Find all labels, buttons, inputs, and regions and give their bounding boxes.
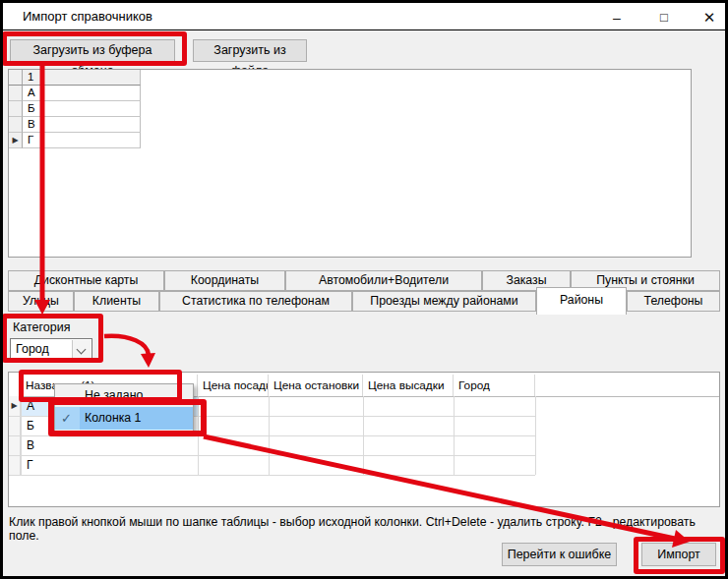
tab-district-transfers[interactable]: Проезды между районами — [352, 291, 536, 312]
tab-phones[interactable]: Телефоны — [627, 291, 720, 312]
row-selector[interactable] — [9, 117, 23, 133]
category-select[interactable]: Город — [10, 338, 92, 361]
row-selector[interactable] — [9, 455, 21, 475]
tab-strip: Дисконтные карты Координаты Автомобили+В… — [8, 270, 720, 315]
maximize-button[interactable]: □ — [648, 6, 680, 29]
source-grid-column-header[interactable]: 1 — [23, 70, 141, 86]
category-value: Город — [16, 339, 49, 360]
source-grid-corner — [9, 70, 23, 86]
gridline — [9, 435, 535, 436]
chevron-down-icon — [77, 345, 87, 355]
row-selector[interactable] — [9, 101, 23, 117]
row-selector[interactable] — [9, 416, 21, 435]
menu-icon-gutter — [55, 384, 80, 407]
tab-districts-active[interactable]: Районы — [536, 287, 627, 315]
source-grid-cell[interactable]: Г — [23, 133, 141, 148]
gridline — [454, 396, 455, 475]
source-grid-cell[interactable]: В — [23, 117, 141, 133]
check-icon: ✓ — [61, 407, 81, 430]
tab-clients[interactable]: Клиенты — [74, 291, 159, 312]
hint-text: Клик правой кнопкой мыши по шапке таблиц… — [9, 515, 707, 543]
gridline — [198, 396, 199, 475]
menu-item-label: Не задано — [85, 388, 143, 402]
source-grid-panel: 1 А Б В ▶ Г — [8, 69, 692, 258]
target-grid-header-city[interactable]: Город — [454, 375, 535, 396]
menu-item-label: Колонка 1 — [85, 411, 141, 425]
source-grid-cell[interactable]: А — [23, 86, 141, 101]
gridline — [363, 396, 364, 475]
gridline — [21, 396, 22, 475]
tab-discount-cards[interactable]: Дисконтные карты — [8, 270, 164, 291]
gridline — [535, 396, 536, 475]
arrowhead-down-icon — [141, 353, 155, 368]
target-grid-header-boarding-price[interactable]: Цена посадки — [198, 375, 269, 396]
column-context-menu: Не задано ✓ Колонка 1 — [54, 383, 194, 433]
source-grid-cell[interactable]: Б — [23, 101, 141, 117]
dropdown-button[interactable] — [72, 340, 91, 359]
menu-item-column-1[interactable]: ✓ Колонка 1 — [55, 407, 193, 430]
current-row-marker-icon: ▶ — [9, 396, 21, 416]
load-from-file-button[interactable]: Загрузить из файла — [193, 39, 307, 62]
window-title: Импорт справочников — [23, 3, 152, 30]
current-row-marker-icon: ▶ — [9, 133, 23, 148]
row-selector[interactable] — [9, 86, 23, 101]
arrow-category-to-header — [104, 336, 149, 355]
category-label: Категория — [13, 320, 70, 334]
row-selector[interactable] — [9, 435, 21, 455]
close-button[interactable]: ✕ — [694, 6, 725, 29]
import-button[interactable]: Импорт — [641, 543, 716, 566]
target-grid-cell[interactable]: В — [21, 435, 34, 455]
tab-cars-drivers[interactable]: Автомобили+Водители — [285, 270, 482, 291]
goto-error-button[interactable]: Перейти к ошибке — [502, 543, 617, 566]
tab-coordinates[interactable]: Координаты — [164, 270, 285, 291]
tab-streets[interactable]: Улицы — [8, 291, 74, 312]
load-from-clipboard-button[interactable]: Загрузить из буфера обмена — [10, 39, 175, 62]
import-dialog: Импорт справочников – □ ✕ Загрузить из б… — [0, 0, 728, 579]
target-grid-corner — [9, 375, 21, 396]
tab-phone-stats[interactable]: Статистика по телефонам — [159, 291, 352, 312]
gridline — [9, 475, 535, 476]
gridline — [9, 455, 535, 456]
target-grid-cell[interactable]: Б — [21, 416, 34, 435]
target-grid-cell[interactable]: Г — [21, 455, 33, 475]
title-bar: Импорт справочников – □ ✕ — [3, 3, 725, 30]
gridline — [269, 396, 270, 475]
target-grid-header-stop-price[interactable]: Цена остановки — [269, 375, 363, 396]
target-grid-cell[interactable]: А — [21, 396, 34, 416]
minimize-button[interactable]: – — [601, 6, 633, 29]
menu-item-not-set[interactable]: Не задано — [55, 384, 193, 407]
target-grid-header-dropoff-price[interactable]: Цена высадки — [363, 375, 454, 396]
